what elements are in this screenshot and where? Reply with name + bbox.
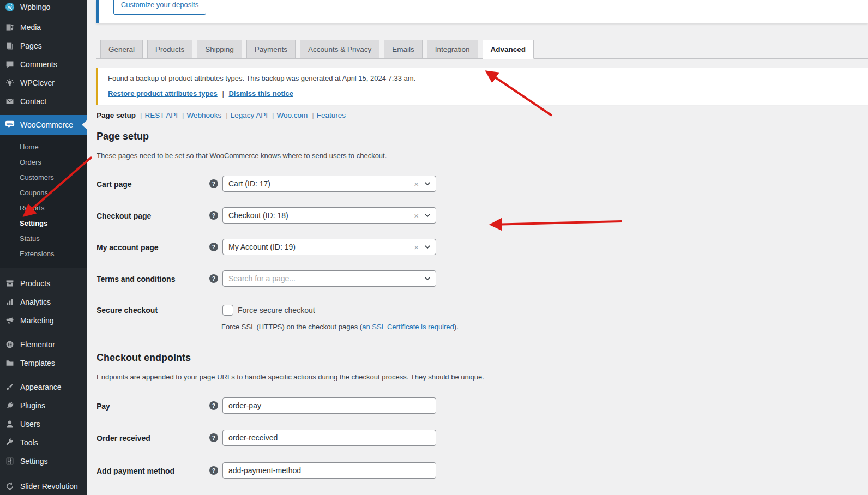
plugins-icon <box>5 401 15 411</box>
advanced-subnav: Page setup|REST API|Webhooks|Legacy API|… <box>97 111 346 119</box>
elementor-icon <box>5 340 15 349</box>
settings-tabs: General Products Shipping Payments Accou… <box>100 40 534 59</box>
sidebar-item-analytics[interactable]: Analytics <box>0 293 87 311</box>
checkout-endpoints-title: Checkout endpoints <box>97 352 191 364</box>
help-icon[interactable]: ? <box>209 179 218 188</box>
sidebar-item-label: Templates <box>20 359 55 367</box>
tab-payments[interactable]: Payments <box>246 40 296 58</box>
tools-icon <box>5 438 15 448</box>
subnav-legacy-api[interactable]: Legacy API <box>231 111 268 119</box>
restore-attributes-link[interactable]: Restore product attributes types <box>108 89 218 98</box>
sidebar-item-templates[interactable]: Templates <box>0 354 87 372</box>
sidebar-item-settings[interactable]: Settings <box>0 452 87 470</box>
main-content: Customize your deposits General Products… <box>87 0 868 495</box>
page-setup-description: These pages need to be set so that WooCo… <box>97 152 387 160</box>
sidebar-item-elementor[interactable]: Elementor <box>0 335 87 354</box>
dismiss-notice-link[interactable]: Dismiss this notice <box>228 89 293 98</box>
subnav-separator: | <box>182 111 184 119</box>
sidebar-item-label: Wpbingo <box>20 3 50 11</box>
active-menu-pointer <box>82 120 87 130</box>
clear-selection-icon[interactable]: × <box>414 179 419 189</box>
help-icon[interactable]: ? <box>209 243 218 251</box>
cart-page-select[interactable]: Cart (ID: 17) × <box>222 176 436 192</box>
tab-general[interactable]: General <box>100 40 143 58</box>
help-icon[interactable]: ? <box>209 211 218 220</box>
sidebar-item-label: Slider Revolution <box>20 482 78 491</box>
field-row-terms-conditions: Terms and conditions ? Search for a page… <box>97 270 868 288</box>
sidebar-item-label: Users <box>20 420 40 428</box>
svg-text:WOO: WOO <box>7 123 14 125</box>
help-icon[interactable]: ? <box>209 401 218 410</box>
pay-endpoint-input[interactable] <box>222 397 436 414</box>
contact-icon <box>5 96 15 106</box>
sidebar-item-pages[interactable]: Pages <box>0 37 87 55</box>
field-row-my-account-page: My account page ? My Account (ID: 19) × <box>97 239 868 256</box>
customize-deposits-button[interactable]: Customize your deposits <box>113 0 206 15</box>
sidebar-item-comments[interactable]: Comments <box>0 55 87 74</box>
sidebar-item-coupons[interactable]: Coupons <box>0 185 87 201</box>
checkout-endpoints-description: Endpoints are appended to your page URLs… <box>97 373 484 381</box>
clear-selection-icon[interactable]: × <box>414 243 419 252</box>
field-row-secure-checkout: Secure checkout Force secure checkout <box>97 305 868 322</box>
tab-emails[interactable]: Emails <box>384 40 423 58</box>
field-row-pay: Pay ? <box>97 397 868 415</box>
ssl-certificate-link[interactable]: an SSL Certificate is required <box>362 323 454 331</box>
subnav-webhooks[interactable]: Webhooks <box>187 111 222 119</box>
sidebar-item-site[interactable]: W Wpbingo <box>0 0 87 14</box>
sidebar-item-label: WooCommerce <box>20 120 73 129</box>
sidebar-item-woocommerce[interactable]: WOO WooCommerce <box>0 115 87 135</box>
sidebar-item-label: Media <box>20 23 41 32</box>
my-account-page-select[interactable]: My Account (ID: 19) × <box>222 239 436 255</box>
help-icon[interactable]: ? <box>209 274 218 283</box>
sidebar-item-customers[interactable]: Customers <box>0 170 87 185</box>
help-icon[interactable]: ? <box>209 466 218 475</box>
analytics-icon <box>5 297 15 307</box>
wpclever-icon <box>5 78 15 88</box>
subnav-woo-com[interactable]: Woo.com <box>276 111 308 119</box>
sidebar-item-plugins[interactable]: Plugins <box>0 396 87 415</box>
subnav-rest-api[interactable]: REST API <box>145 111 178 119</box>
backup-message: Found a backup of product attributes typ… <box>108 74 415 82</box>
sidebar-item-media[interactable]: Media <box>0 18 87 37</box>
sidebar-item-label: Appearance <box>20 383 62 391</box>
sidebar-item-wpclever[interactable]: WPClever <box>0 74 87 92</box>
sidebar-item-orders[interactable]: Orders <box>0 155 87 170</box>
sidebar-item-label: Elementor <box>20 340 55 349</box>
subnav-separator: | <box>272 111 274 119</box>
sidebar-item-users[interactable]: Users <box>0 415 87 433</box>
media-icon <box>5 22 15 32</box>
sidebar-item-products[interactable]: Products <box>0 274 87 293</box>
sidebar-item-slider-revolution[interactable]: Slider Revolution <box>0 477 87 495</box>
sidebar-item-contact[interactable]: Contact <box>0 92 87 111</box>
tab-advanced[interactable]: Advanced <box>483 40 534 59</box>
sidebar-item-status[interactable]: Status <box>0 231 87 246</box>
clear-selection-icon[interactable]: × <box>414 211 419 220</box>
tab-accounts-privacy[interactable]: Accounts & Privacy <box>300 40 379 58</box>
backup-warning-notice: Found a backup of product attributes typ… <box>96 68 868 105</box>
subnav-features[interactable]: Features <box>317 111 346 119</box>
terms-page-select[interactable]: Search for a page... <box>222 270 436 287</box>
selected-value: Checkout (ID: 18) <box>228 211 414 220</box>
tab-shipping[interactable]: Shipping <box>197 40 242 58</box>
force-secure-checkout-checkbox[interactable] <box>222 305 233 316</box>
admin-sidebar: W Wpbingo Media Pages Comments WPClever … <box>0 0 87 495</box>
sidebar-item-extensions[interactable]: Extensions <box>0 246 87 262</box>
subnav-page-setup[interactable]: Page setup <box>97 111 136 119</box>
add-payment-method-endpoint-input[interactable] <box>222 462 436 479</box>
order-received-endpoint-input[interactable] <box>222 430 436 446</box>
selected-value: My Account (ID: 19) <box>228 243 414 251</box>
checkout-page-select[interactable]: Checkout (ID: 18) × <box>222 207 436 224</box>
help-icon[interactable]: ? <box>209 433 218 442</box>
sidebar-item-reports[interactable]: Reports <box>0 201 87 216</box>
sidebar-item-appearance[interactable]: Appearance <box>0 378 87 396</box>
appearance-icon <box>5 382 15 392</box>
sidebar-item-marketing[interactable]: Marketing <box>0 311 87 330</box>
tab-integration[interactable]: Integration <box>427 40 478 58</box>
subnav-separator: | <box>140 111 142 119</box>
settings-icon <box>5 456 15 466</box>
sidebar-item-home[interactable]: Home <box>0 140 87 155</box>
tab-products[interactable]: Products <box>147 40 192 58</box>
sidebar-item-settings[interactable]: Settings <box>0 216 87 231</box>
sidebar-item-label: Contact <box>20 97 46 106</box>
sidebar-item-tools[interactable]: Tools <box>0 433 87 452</box>
